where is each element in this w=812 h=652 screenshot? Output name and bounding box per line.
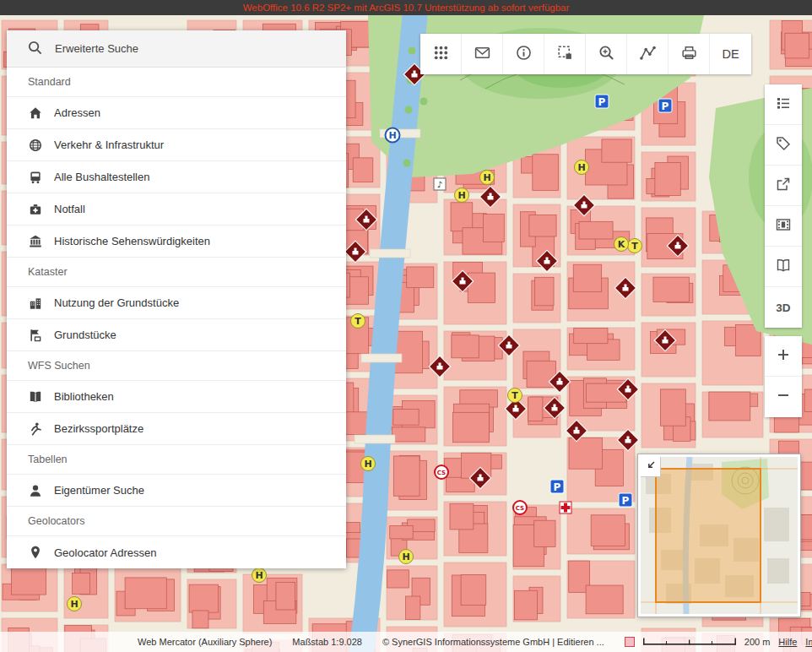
main-toolbar: DE bbox=[420, 34, 751, 74]
search-item-eigentuemer[interactable]: Eigentümer Suche bbox=[7, 475, 346, 507]
share-icon bbox=[775, 176, 792, 196]
apps-grid-icon bbox=[432, 44, 450, 65]
copyright-label: © SynerGIS Informationssysteme GmbH | Ed… bbox=[382, 637, 604, 647]
overview-map-canvas[interactable] bbox=[641, 457, 798, 614]
zoom-in-button[interactable] bbox=[765, 336, 802, 377]
share-button[interactable] bbox=[765, 166, 802, 206]
search-item-sehenswuerdigkeiten[interactable]: Historische Sehenswürdigkeiten bbox=[7, 225, 346, 258]
apps-menu-button[interactable] bbox=[420, 34, 462, 74]
tram-stop-marker[interactable]: T bbox=[628, 239, 642, 253]
minus-icon bbox=[775, 387, 792, 407]
bus-stop-marker[interactable]: H bbox=[252, 568, 267, 583]
help-link[interactable]: Hilfe bbox=[778, 637, 797, 647]
search-item-verkehr[interactable]: Verkehr & Infrastruktur bbox=[7, 129, 346, 161]
first-aid-icon bbox=[28, 202, 43, 217]
svg-text:H: H bbox=[577, 162, 585, 173]
section-label-standard: Standard bbox=[7, 68, 346, 97]
tag-icon bbox=[775, 135, 792, 155]
select-button[interactable] bbox=[544, 34, 586, 74]
info-button[interactable] bbox=[503, 34, 544, 74]
status-bar: Web Mercator (Auxiliary Sphere) Maßstab … bbox=[0, 632, 812, 652]
search-item-geolocator-adressen[interactable]: Geolocator Adressen bbox=[7, 536, 346, 568]
stop-marker-k[interactable]: K bbox=[614, 237, 629, 252]
hospital-marker[interactable]: H bbox=[386, 128, 400, 143]
bus-stop-marker[interactable]: H bbox=[399, 550, 414, 564]
search-item-bushaltestellen[interactable]: Alle Bushaltestellen bbox=[7, 161, 346, 193]
svg-text:H: H bbox=[402, 551, 409, 562]
music-marker[interactable]: ♪ bbox=[434, 178, 446, 190]
view-3d-button[interactable]: 3D bbox=[765, 287, 802, 328]
bus-stop-marker[interactable]: H bbox=[361, 457, 376, 471]
search-panel: Erweiterte Suche Standard Adressen Verke… bbox=[7, 30, 346, 568]
search-item-adressen[interactable]: Adressen bbox=[7, 97, 346, 129]
notification-bar: WebOffice 10.6 R2 SP2+ mit ArcGIS 10.7 U… bbox=[0, 0, 812, 15]
mail-button[interactable] bbox=[462, 34, 503, 74]
bus-stop-marker[interactable]: H bbox=[455, 188, 469, 203]
map-book-icon bbox=[775, 257, 792, 277]
impressum-link[interactable]: Impressum bbox=[805, 637, 812, 647]
tram-stop-marker[interactable]: T bbox=[351, 314, 365, 329]
parcel-flag-icon bbox=[28, 328, 43, 343]
zoom-out-button[interactable] bbox=[765, 377, 802, 417]
overview-collapse-button[interactable] bbox=[641, 457, 661, 477]
svg-text:H: H bbox=[483, 172, 490, 183]
search-item-grundstuecke[interactable]: Grundstücke bbox=[7, 319, 346, 351]
carsharing-marker[interactable]: CS bbox=[513, 501, 527, 514]
runner-icon bbox=[28, 421, 43, 437]
basemap-button[interactable] bbox=[765, 206, 802, 247]
parking-marker[interactable]: P bbox=[550, 480, 564, 493]
search-item-nutzung[interactable]: Nutzung der Grundstücke bbox=[7, 287, 346, 319]
bus-stop-marker[interactable]: H bbox=[575, 160, 589, 175]
search-item-label: Adressen bbox=[54, 106, 100, 119]
zoom-bar bbox=[765, 336, 802, 417]
search-item-sportplaetze[interactable]: Bezirkssportplätze bbox=[7, 413, 346, 445]
tag-button[interactable] bbox=[765, 125, 802, 166]
search-panel-header[interactable]: Erweiterte Suche bbox=[7, 30, 346, 68]
svg-text:T: T bbox=[355, 316, 361, 327]
home-icon bbox=[28, 106, 43, 121]
overview-map[interactable] bbox=[638, 454, 800, 617]
person-icon bbox=[28, 483, 43, 498]
bus-stop-marker[interactable]: H bbox=[68, 597, 82, 611]
tram-stop-marker[interactable]: T bbox=[508, 388, 522, 403]
bus-stop-marker[interactable]: H bbox=[480, 171, 495, 185]
pharmacy-marker[interactable] bbox=[560, 502, 571, 513]
search-panel-title: Erweiterte Suche bbox=[55, 42, 138, 55]
search-item-label: Eigentümer Suche bbox=[54, 484, 144, 497]
search-item-notfall[interactable]: Notfall bbox=[7, 193, 346, 225]
section-label-tabellen: Tabellen bbox=[7, 445, 346, 475]
parking-marker[interactable]: P bbox=[658, 99, 672, 112]
section-label-kataster: Kataster bbox=[7, 258, 346, 287]
search-item-label: Grundstücke bbox=[54, 329, 116, 341]
svg-text:H: H bbox=[364, 459, 371, 470]
svg-text:CS: CS bbox=[516, 505, 524, 512]
edit-color-swatch bbox=[625, 637, 635, 647]
basemap-icon bbox=[775, 216, 792, 236]
search-item-label: Alle Bushaltestellen bbox=[54, 171, 149, 183]
language-button[interactable]: DE bbox=[710, 34, 751, 74]
svg-text:P: P bbox=[662, 101, 669, 112]
svg-text:H: H bbox=[70, 599, 78, 610]
svg-text:H: H bbox=[457, 190, 465, 201]
globe-icon bbox=[28, 138, 43, 153]
zoom-tool-button[interactable] bbox=[586, 34, 627, 74]
search-icon bbox=[27, 40, 43, 58]
zoom-icon bbox=[598, 44, 615, 65]
mail-icon bbox=[474, 44, 491, 65]
measure-icon bbox=[639, 44, 657, 65]
search-item-label: Nutzung der Grundstücke bbox=[54, 296, 179, 309]
svg-text:K: K bbox=[618, 239, 625, 250]
parking-marker[interactable]: P bbox=[619, 493, 632, 507]
search-item-bibliotheken[interactable]: Bibliotheken bbox=[7, 381, 346, 413]
section-label-wfs: WFS Suchen bbox=[7, 351, 346, 381]
print-button[interactable] bbox=[669, 34, 710, 74]
parking-marker[interactable]: P bbox=[595, 95, 609, 108]
map-book-button[interactable] bbox=[765, 247, 802, 287]
carsharing-marker[interactable]: CS bbox=[435, 465, 448, 479]
scalebar bbox=[643, 636, 736, 648]
measure-button[interactable] bbox=[627, 34, 669, 74]
toc-button[interactable] bbox=[765, 84, 802, 125]
projection-label: Web Mercator (Auxiliary Sphere) bbox=[138, 637, 272, 647]
museum-icon bbox=[28, 234, 43, 249]
scale-label: Maßstab 1:9.028 bbox=[292, 637, 362, 647]
